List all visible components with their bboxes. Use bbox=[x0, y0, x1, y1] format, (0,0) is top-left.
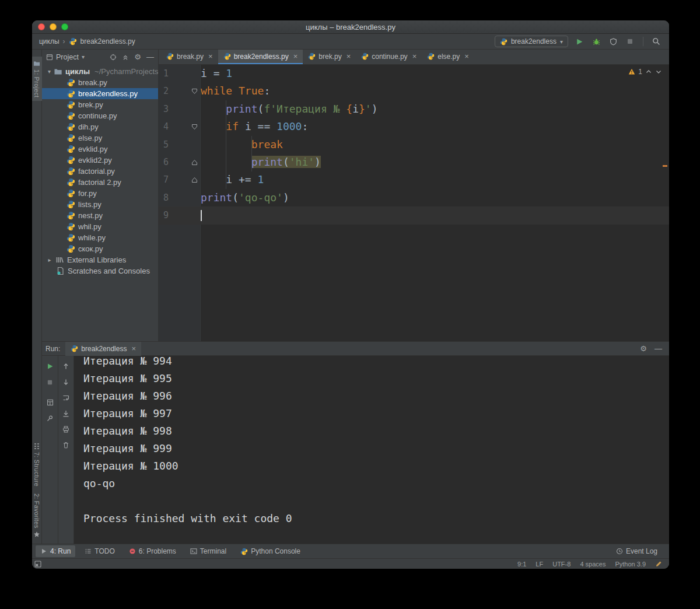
editor-tab[interactable]: continue.py× bbox=[356, 50, 422, 64]
search-everywhere-button[interactable] bbox=[650, 36, 662, 47]
tree-file-item[interactable]: while.py bbox=[42, 232, 158, 243]
close-tab-icon[interactable]: × bbox=[293, 52, 298, 61]
tree-file-item[interactable]: lists.py bbox=[42, 199, 158, 210]
console-line[interactable]: Итерация № 999 bbox=[83, 440, 669, 457]
console-line[interactable]: Итерация № 995 bbox=[83, 370, 669, 387]
tree-file-item[interactable]: else.py bbox=[42, 132, 158, 144]
tree-file-item[interactable]: break2endless.py bbox=[42, 88, 158, 99]
line-number[interactable]: 8 bbox=[159, 189, 188, 206]
stripe-structure-button[interactable]: 7: Structure bbox=[32, 439, 42, 490]
rerun-button[interactable] bbox=[45, 361, 55, 372]
tree-file-item[interactable]: evklid2.py bbox=[42, 155, 158, 166]
console-line[interactable]: qo-qo bbox=[83, 475, 669, 492]
up-stack-trace-button[interactable] bbox=[61, 361, 71, 372]
breadcrumb-project[interactable]: циклы bbox=[39, 37, 60, 46]
tree-file-item[interactable]: whil.py bbox=[42, 221, 158, 232]
print-button[interactable] bbox=[61, 424, 71, 435]
line-number[interactable]: 2 bbox=[159, 82, 188, 100]
stripe-project-button[interactable]: 1: Project bbox=[32, 57, 42, 101]
tree-file-item[interactable]: for.py bbox=[42, 188, 158, 199]
console-line[interactable]: Process finished with exit code 0 bbox=[83, 510, 669, 527]
minimize-window-button[interactable] bbox=[50, 23, 57, 30]
breadcrumb-file[interactable]: break2endless.py bbox=[80, 37, 135, 46]
close-tab-icon[interactable]: × bbox=[464, 52, 469, 61]
debug-button[interactable] bbox=[590, 36, 602, 47]
line-separator[interactable]: LF bbox=[536, 561, 543, 568]
editor-tab[interactable]: brek.py× bbox=[303, 50, 356, 64]
panel-settings-button[interactable]: ⚙ bbox=[134, 52, 141, 61]
tree-file-item[interactable]: evklid.py bbox=[42, 144, 158, 155]
project-view-title[interactable]: Project bbox=[56, 53, 79, 61]
run-with-coverage-button[interactable] bbox=[607, 36, 619, 47]
external-libraries-item[interactable]: ▸ External Libraries bbox=[42, 254, 158, 265]
collapse-all-button[interactable] bbox=[122, 54, 129, 61]
close-tab-icon[interactable]: × bbox=[208, 52, 213, 61]
console-line[interactable]: Итерация № 1000 bbox=[83, 457, 669, 475]
line-number[interactable]: 9 bbox=[159, 206, 188, 224]
title-bar[interactable]: циклы – break2endless.py bbox=[32, 20, 669, 34]
hide-run-panel-button[interactable]: — bbox=[654, 344, 662, 353]
python-console-toolwindow-button[interactable]: Python Console bbox=[236, 545, 305, 557]
code-editor[interactable]: 1i = 12while True:3 print(f'Итерация № {… bbox=[159, 65, 669, 341]
run-configuration-select[interactable]: break2endless ▾ bbox=[495, 36, 568, 47]
line-number[interactable]: 1 bbox=[159, 65, 188, 82]
code-line[interactable]: 7 i += 1 bbox=[159, 171, 669, 188]
soft-wrap-button[interactable] bbox=[61, 393, 71, 403]
inspections-widget[interactable]: 1 bbox=[628, 68, 662, 76]
down-stack-trace-button[interactable] bbox=[61, 377, 71, 387]
python-interpreter[interactable]: Python 3.9 bbox=[615, 561, 646, 568]
code-line[interactable]: 6 print('hi') bbox=[159, 153, 669, 171]
tree-file-item[interactable]: dih.py bbox=[42, 121, 158, 132]
fold-up-icon[interactable] bbox=[188, 153, 201, 171]
run-console[interactable]: Итерация № 994Итерация № 995Итерация № 9… bbox=[74, 356, 669, 544]
console-line[interactable] bbox=[83, 492, 669, 510]
prev-problem-icon[interactable] bbox=[645, 68, 652, 75]
highlighting-level-icon[interactable] bbox=[655, 561, 662, 568]
chevron-down-icon[interactable]: ▾ bbox=[82, 54, 85, 60]
code-line[interactable]: 8print('qo-qo') bbox=[159, 189, 669, 206]
stop-button[interactable] bbox=[624, 36, 636, 47]
project-root-item[interactable]: ▾ циклы ~/PycharmProjects bbox=[42, 66, 158, 77]
clear-console-button[interactable] bbox=[61, 440, 71, 450]
todo-toolwindow-button[interactable]: TODO bbox=[80, 545, 119, 557]
next-problem-icon[interactable] bbox=[655, 68, 662, 75]
pin-tab-button[interactable] bbox=[45, 413, 55, 424]
scratches-item[interactable]: Scratches and Consoles bbox=[42, 265, 158, 276]
run-settings-button[interactable]: ⚙ bbox=[640, 344, 647, 353]
editor-tab[interactable]: break2endless.py× bbox=[218, 50, 303, 64]
error-stripe-warning-mark[interactable] bbox=[663, 165, 667, 167]
editor-tab[interactable]: else.py× bbox=[422, 50, 474, 64]
run-tab[interactable]: break2endless × bbox=[65, 342, 141, 356]
tree-file-item[interactable]: nest.py bbox=[42, 210, 158, 221]
code-line[interactable]: 2while True: bbox=[159, 82, 669, 100]
file-encoding[interactable]: UTF-8 bbox=[552, 561, 570, 568]
zoom-window-button[interactable] bbox=[61, 23, 68, 30]
fold-down-icon[interactable] bbox=[188, 118, 201, 135]
console-line[interactable]: Итерация № 996 bbox=[83, 387, 669, 405]
close-run-tab-icon[interactable]: × bbox=[131, 344, 136, 353]
code-line[interactable]: 4 if i == 1000: bbox=[159, 118, 669, 135]
tree-file-item[interactable]: continue.py bbox=[42, 110, 158, 121]
problems-toolwindow-button[interactable]: 6: Problems bbox=[124, 545, 181, 557]
terminal-toolwindow-button[interactable]: Terminal bbox=[186, 545, 231, 557]
code-line[interactable]: 1i = 1 bbox=[159, 65, 669, 82]
chevron-right-icon[interactable]: ▸ bbox=[47, 257, 52, 263]
close-window-button[interactable] bbox=[38, 23, 45, 30]
console-line[interactable]: Итерация № 997 bbox=[83, 405, 669, 422]
line-number[interactable]: 6 bbox=[159, 153, 188, 171]
console-line[interactable]: Итерация № 998 bbox=[83, 422, 669, 440]
tree-file-item[interactable]: factorial.py bbox=[42, 166, 158, 177]
tree-file-item[interactable]: break.py bbox=[42, 77, 158, 88]
hide-panel-button[interactable]: — bbox=[146, 52, 154, 61]
tree-file-item[interactable]: factorial 2.py bbox=[42, 177, 158, 188]
fold-down-icon[interactable] bbox=[188, 82, 201, 100]
indent-setting[interactable]: 4 spaces bbox=[580, 561, 606, 568]
chevron-down-icon[interactable]: ▾ bbox=[48, 68, 51, 75]
locate-file-button[interactable] bbox=[110, 54, 117, 61]
scroll-to-end-button[interactable] bbox=[61, 408, 71, 419]
run-toolwindow-button[interactable]: 4: Run bbox=[36, 545, 75, 557]
line-number[interactable]: 5 bbox=[159, 136, 188, 153]
close-tab-icon[interactable]: × bbox=[346, 52, 351, 61]
code-line[interactable]: 5 break bbox=[159, 136, 669, 153]
tree-file-item[interactable]: скок.py bbox=[42, 243, 158, 254]
